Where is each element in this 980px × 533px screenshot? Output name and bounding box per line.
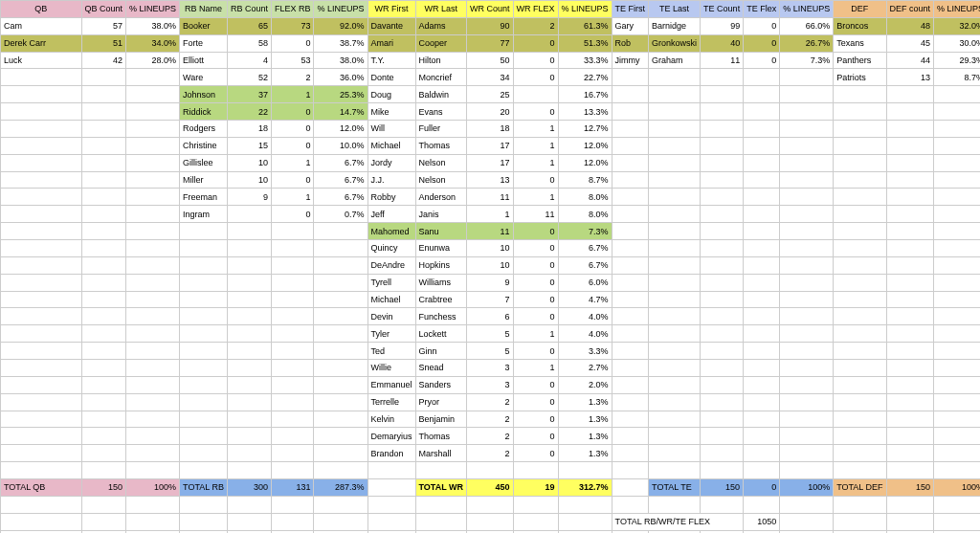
wr-count: 17	[467, 137, 514, 154]
qb-count: 51	[81, 34, 126, 52]
wr-first: Tyrell	[368, 274, 415, 291]
rb-name: Rodgers	[180, 121, 228, 138]
wr-first: T.Y.	[368, 52, 415, 69]
wr-count: 2	[467, 445, 514, 462]
wr-last: Adams	[415, 17, 467, 34]
wr-first: Davante	[368, 17, 415, 34]
te-flex: 0	[744, 52, 780, 69]
wr-last: Thomas	[415, 137, 467, 154]
rb-pct: 6.7%	[314, 189, 368, 206]
te-pct: 26.7%	[780, 34, 834, 52]
header-cell: % LINEUPS	[934, 1, 980, 18]
layout: QBQB Count% LINEUPSRB NameRB CountFLEX R…	[0, 0, 980, 533]
te-count: 99	[701, 17, 744, 34]
qb-name: Luck	[1, 52, 82, 69]
wr-count: 2	[467, 411, 514, 428]
wr-last: Janis	[415, 206, 467, 223]
wr-count: 1	[467, 206, 514, 223]
wr-last: Anderson	[415, 189, 467, 206]
wr-last: Sanu	[415, 223, 467, 240]
rb-count	[227, 206, 271, 223]
wr-first: Emmanuel	[368, 376, 415, 393]
wr-last: Snead	[415, 360, 467, 377]
qb-name: Cam	[1, 17, 82, 34]
wr-count: 17	[467, 154, 514, 171]
wr-pct: 1.3%	[558, 411, 612, 428]
rb-flex: 73	[271, 17, 314, 34]
wr-flex: 0	[513, 240, 558, 257]
wr-last: Ginn	[415, 343, 467, 360]
te-first: Gary	[612, 17, 649, 34]
header-cell: % LINEUPS	[558, 1, 612, 18]
rb-name: Riddick	[180, 103, 228, 121]
wr-flex: 0	[513, 69, 558, 86]
rb-pct: 36.0%	[314, 69, 368, 86]
wr-pct: 61.3%	[558, 17, 612, 34]
te-flex: 0	[744, 34, 780, 52]
wr-flex: 0	[513, 52, 558, 69]
wr-count: 7	[467, 291, 514, 308]
wr-first: J.J.	[368, 171, 415, 189]
wr-count: 10	[467, 256, 514, 274]
rb-flex: 1	[271, 86, 314, 103]
total-te-label: TOTAL TE	[649, 479, 701, 497]
def-count: 45	[886, 34, 934, 52]
rb-name: Booker	[180, 17, 228, 34]
total-wr-label: TOTAL WR	[415, 479, 467, 497]
rb-flex: 0	[271, 137, 314, 154]
wr-pct: 4.7%	[558, 291, 612, 308]
wr-first: Mahomed	[368, 223, 415, 240]
def-name: Panthers	[834, 52, 886, 69]
header-cell: % LINEUPS	[126, 1, 180, 18]
wr-last: Moncrief	[415, 69, 467, 86]
def-name: Texans	[834, 34, 886, 52]
wr-first: Amari	[368, 34, 415, 52]
wr-pct: 8.0%	[558, 206, 612, 223]
wr-count: 5	[467, 325, 514, 343]
wr-pct: 1.3%	[558, 445, 612, 462]
header-cell: WR First	[368, 1, 415, 18]
header-cell: QB	[1, 1, 82, 18]
wr-count: 25	[467, 86, 514, 103]
wr-count: 3	[467, 376, 514, 393]
te-pct: 7.3%	[780, 52, 834, 69]
wr-last: Enunwa	[415, 240, 467, 257]
wr-first: Will	[368, 121, 415, 138]
wr-last: Williams	[415, 274, 467, 291]
rb-count: 22	[227, 103, 271, 121]
wr-first: Demaryius	[368, 428, 415, 445]
wr-first: Robby	[368, 189, 415, 206]
te-count: 40	[701, 34, 744, 52]
te-last: Graham	[649, 52, 701, 69]
wr-last: Hilton	[415, 52, 467, 69]
wr-flex: 11	[513, 206, 558, 223]
rb-flex: 0	[271, 171, 314, 189]
wr-count: 13	[467, 171, 514, 189]
te-first: Rob	[612, 34, 649, 52]
wr-last: Crabtree	[415, 291, 467, 308]
rb-name: Ingram	[180, 206, 228, 223]
te-last: Gronkowski	[649, 34, 701, 52]
header-cell: % LINEUPS	[314, 1, 368, 18]
wr-first: DeAndre	[368, 256, 415, 274]
wr-flex: 0	[513, 103, 558, 121]
te-flex: 0	[744, 17, 780, 34]
qb-name: Derek Carr	[1, 34, 82, 52]
rb-flex: 0	[271, 206, 314, 223]
rb-count: 58	[227, 34, 271, 52]
wr-first: Terrelle	[368, 393, 415, 411]
header-cell: FLEX RB	[271, 1, 314, 18]
def-pct: 32.0%	[934, 17, 980, 34]
wr-pct: 12.0%	[558, 154, 612, 171]
wr-count: 11	[467, 223, 514, 240]
rb-count: 37	[227, 86, 271, 103]
qb-count: 42	[81, 52, 126, 69]
wr-count: 5	[467, 343, 514, 360]
rb-count: 65	[227, 17, 271, 34]
wr-first: Kelvin	[368, 411, 415, 428]
wr-first: Mike	[368, 103, 415, 121]
wr-last: Marshall	[415, 445, 467, 462]
wr-last: Nelson	[415, 171, 467, 189]
wr-pct: 12.7%	[558, 121, 612, 138]
rb-name: Christine	[180, 137, 228, 154]
